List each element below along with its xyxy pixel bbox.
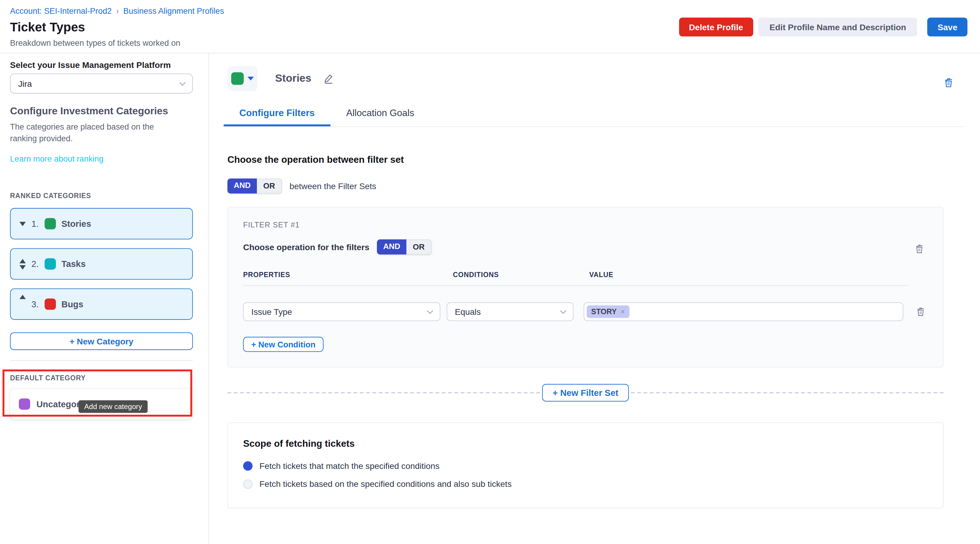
selected-color-swatch: [231, 72, 244, 85]
condition-select[interactable]: Equals: [447, 302, 573, 321]
edit-category-name-button[interactable]: [323, 73, 334, 84]
filters-operator-toggle: AND OR: [377, 239, 431, 255]
scope-card: Scope of fetching tickets Fetch tickets …: [228, 422, 943, 508]
top-bar: Account: SEI-Internal-Prod2 › Business A…: [0, 0, 980, 53]
tab-configure-filters[interactable]: Configure Filters: [224, 100, 331, 126]
move-up-down-icon[interactable]: [19, 259, 26, 269]
tab-allocation-goals[interactable]: Allocation Goals: [331, 100, 430, 126]
move-down-icon[interactable]: [19, 221, 26, 226]
save-button[interactable]: Save: [928, 17, 967, 37]
categories-section-title: Configure Investment Categories: [10, 106, 209, 117]
filter-set-operation-row: AND OR between the Filter Sets: [228, 178, 980, 193]
trash-icon: [915, 244, 924, 254]
breadcrumb-profiles-link[interactable]: Business Alignment Profiles: [123, 6, 224, 16]
default-category-label: DEFAULT CATEGORY: [10, 374, 209, 382]
move-up-icon[interactable]: [19, 295, 26, 299]
breadcrumb-account-link[interactable]: Account: SEI-Internal-Prod2: [10, 6, 112, 16]
value-chip-label: STORY: [591, 307, 617, 316]
filter-operator-label: Choose operation for the filters: [243, 242, 369, 252]
property-select-value: Issue Type: [251, 307, 292, 317]
new-condition-button[interactable]: + New Condition: [243, 337, 324, 352]
category-card-bugs[interactable]: 3. Bugs: [10, 288, 193, 320]
scope-option-sub-tickets: Fetch tickets based on the specified con…: [243, 479, 928, 489]
operator-or-option[interactable]: OR: [407, 239, 431, 255]
category-color-swatch: [44, 258, 56, 270]
top-bar-actions: Delete Profile Edit Profile Name and Des…: [679, 17, 967, 37]
new-filter-set-button[interactable]: + New Filter Set: [542, 384, 629, 402]
conditions-column-header: CONDITIONS: [447, 271, 584, 278]
sidebar: Select your Issue Management Platform Ji…: [0, 53, 209, 544]
page-subtitle: Breakdown between types of tickets worke…: [10, 38, 224, 48]
breadcrumb-separator-icon: ›: [116, 6, 119, 16]
trash-icon: [943, 77, 954, 88]
ranked-categories-label: RANKED CATEGORIES: [10, 192, 209, 199]
operator-or-option[interactable]: OR: [257, 178, 282, 193]
scope-option-match: Fetch tickets that match the specified c…: [243, 461, 928, 471]
delete-category-button[interactable]: [943, 77, 954, 88]
category-label: Stories: [61, 219, 91, 229]
filter-condition-row: Issue Type Equals STORY ×: [243, 302, 928, 321]
category-rank: 1.: [32, 219, 39, 229]
learn-more-link[interactable]: Learn more about ranking: [10, 154, 104, 164]
app-root: Account: SEI-Internal-Prod2 › Business A…: [0, 0, 980, 544]
radio-unselected-icon[interactable]: [243, 479, 253, 489]
page-body: Select your Issue Management Platform Ji…: [0, 53, 980, 544]
value-chip-story: STORY ×: [587, 305, 629, 318]
properties-column-header: PROPERTIES: [243, 271, 447, 278]
filter-column-headers: PROPERTIES CONDITIONS VALUE: [243, 271, 928, 278]
radio-selected-icon[interactable]: [243, 461, 253, 471]
move-up-icon[interactable]: [19, 259, 26, 263]
main-panel: Stories Configure Filters Allocation Goa…: [209, 53, 980, 544]
scope-option-label: Fetch tickets based on the specified con…: [259, 479, 512, 489]
filter-operator-row: Choose operation for the filters AND OR: [243, 239, 928, 255]
categories-section-description: The categories are placed based on the r…: [10, 121, 167, 145]
platform-select-value: Jira: [18, 79, 32, 89]
value-column-header: VALUE: [584, 271, 614, 278]
category-name: Stories: [275, 72, 312, 85]
new-category-button[interactable]: + New Category: [10, 332, 193, 350]
scope-option-label: Fetch tickets that match the specified c…: [259, 461, 439, 471]
condition-select-value: Equals: [455, 307, 481, 317]
delete-condition-button[interactable]: [916, 307, 926, 317]
category-label: Bugs: [61, 299, 83, 309]
category-rank: 2.: [32, 259, 39, 269]
editor-tabs: Configure Filters Allocation Goals: [224, 100, 964, 127]
delete-profile-button[interactable]: Delete Profile: [679, 17, 753, 37]
property-select[interactable]: Issue Type: [243, 302, 440, 321]
edit-profile-button[interactable]: Edit Profile Name and Description: [758, 17, 918, 37]
category-card-tasks[interactable]: 2. Tasks: [10, 248, 193, 280]
operator-and-option[interactable]: AND: [377, 239, 407, 255]
category-rank: 3.: [32, 299, 39, 309]
caret-down-icon: [247, 76, 254, 81]
filter-sets-operator-toggle: AND OR: [228, 178, 282, 193]
remove-chip-icon[interactable]: ×: [620, 307, 625, 316]
category-card-stories[interactable]: 1. Stories: [10, 208, 193, 239]
chevron-down-icon: [180, 79, 186, 86]
category-editor-header: Stories: [228, 66, 980, 91]
operator-and-option[interactable]: AND: [228, 178, 257, 193]
category-color-picker[interactable]: [228, 66, 258, 91]
filter-set-operation-title: Choose the operation between filter set: [228, 154, 980, 165]
pencil-icon: [323, 73, 334, 84]
filter-set-title: FILTER SET #1: [243, 221, 928, 229]
category-color-swatch: [19, 398, 30, 410]
chevron-down-icon: [427, 307, 433, 313]
category-color-swatch: [44, 298, 56, 310]
scope-title: Scope of fetching tickets: [243, 438, 928, 449]
platform-label: Select your Issue Management Platform: [10, 60, 209, 70]
new-filter-set-divider: + New Filter Set: [228, 384, 943, 402]
sidebar-divider: [10, 360, 193, 361]
column-header-divider: [243, 285, 908, 286]
breadcrumb: Account: SEI-Internal-Prod2 › Business A…: [10, 6, 224, 16]
chevron-down-icon: [560, 307, 566, 313]
delete-filter-set-button[interactable]: [915, 244, 924, 254]
filter-set-card: FILTER SET #1 Choose operation for the f…: [228, 207, 943, 368]
page-title: Ticket Types: [10, 20, 224, 34]
value-multiselect-input[interactable]: STORY ×: [584, 302, 904, 321]
platform-select[interactable]: Jira: [10, 73, 193, 94]
move-down-icon[interactable]: [19, 265, 26, 269]
top-bar-left: Account: SEI-Internal-Prod2 › Business A…: [10, 6, 224, 48]
trash-icon: [916, 307, 926, 317]
add-category-tooltip: Add new category: [79, 400, 148, 413]
category-label: Tasks: [61, 259, 86, 269]
